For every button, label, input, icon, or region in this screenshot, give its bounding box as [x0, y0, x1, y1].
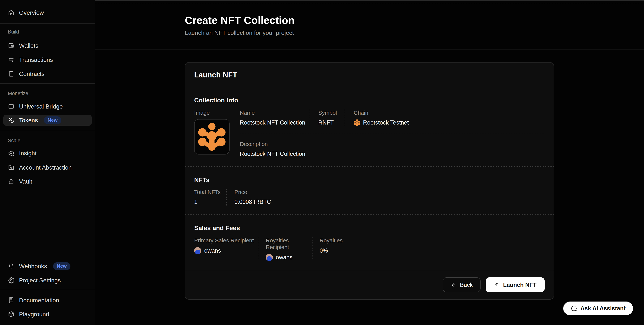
cube-icon [8, 311, 14, 318]
sidebar-item-overview[interactable]: Overview [0, 7, 95, 19]
sidebar-item-label: Tokens [19, 117, 38, 124]
upload-icon [494, 282, 500, 288]
primary-sales-label: Primary Sales Recipient [194, 237, 259, 244]
chain-value: Rootstock Testnet [363, 119, 409, 126]
back-button[interactable]: Back [443, 277, 480, 292]
home-icon [8, 9, 14, 16]
sidebar-divider [0, 83, 95, 84]
rootstock-logo-icon [198, 123, 226, 151]
sidebar-item-account-abstraction[interactable]: Account Abstraction [0, 162, 95, 173]
sidebar-section-build: Build [0, 29, 95, 35]
sidebar-item-label: Insight [19, 150, 36, 157]
name-cell: Name Rootstock NFT Collection [240, 109, 310, 126]
launch-nft-card: Launch NFT Collection Info Image [185, 62, 554, 300]
wallet-icon [8, 42, 14, 49]
name-value: Rootstock NFT Collection [240, 119, 310, 126]
header-divider [96, 49, 644, 50]
sidebar-item-project-settings[interactable]: Project Settings [0, 274, 95, 286]
avatar [266, 254, 273, 261]
sidebar-item-label: Documentation [19, 297, 59, 304]
sidebar-item-label: Transactions [19, 56, 53, 63]
primary-sales-value: owans [204, 247, 221, 254]
chain-label: Chain [354, 109, 545, 116]
sidebar-item-label: Universal Bridge [19, 103, 63, 110]
symbol-label: Symbol [318, 109, 344, 116]
sidebar-divider [0, 290, 95, 290]
nfts-heading: NFTs [194, 176, 545, 184]
avatar [194, 247, 201, 254]
sidebar-item-vault[interactable]: Vault [0, 176, 95, 187]
sidebar-item-documentation[interactable]: Documentation [0, 294, 95, 306]
sidebar-divider [0, 23, 95, 24]
launch-nft-button[interactable]: Launch NFT [486, 277, 545, 292]
sidebar-item-playground[interactable]: Playground [0, 308, 95, 320]
description-value: Rootstock NFT Collection [240, 150, 545, 157]
sidebar-item-label: Webhooks [19, 263, 47, 270]
ask-ai-assistant-button[interactable]: Ask AI Assistant [563, 301, 634, 316]
total-nfts-value: 1 [194, 198, 226, 206]
description-cell: Description Rootstock NFT Collection [240, 141, 545, 157]
arrow-left-icon [450, 282, 456, 288]
rootstock-chain-icon [354, 119, 360, 126]
bell-icon [8, 263, 14, 270]
page-title: Create NFT Collection [185, 14, 644, 26]
page-header: Create NFT Collection Launch an NFT coll… [96, 4, 644, 36]
sidebar-item-label: Overview [19, 9, 44, 16]
sidebar-item-contracts[interactable]: Contracts [0, 68, 95, 80]
sidebar-divider [0, 131, 95, 131]
lock-icon [8, 178, 14, 185]
sidebar-item-insight[interactable]: Insight [0, 147, 95, 159]
primary-sales-cell: Primary Sales Recipient owans [194, 237, 259, 261]
collection-inner-dashed-divider [240, 133, 545, 133]
sidebar-item-webhooks[interactable]: Webhooks New [0, 260, 95, 272]
name-label: Name [240, 109, 310, 116]
sales-fees-section: Sales and Fees Primary Sales Recipient o… [185, 215, 554, 270]
symbol-value: RNFT [318, 119, 344, 126]
symbol-cell: Symbol RNFT [310, 109, 344, 126]
launch-nft-button-label: Launch NFT [503, 282, 536, 288]
image-label: Image [194, 109, 240, 116]
description-label: Description [240, 141, 545, 147]
sidebar-item-universal-bridge[interactable]: Universal Bridge [0, 100, 95, 112]
sidebar-section-scale: Scale [0, 138, 95, 143]
royalties-recipient-cell: Royalties Recipient owans [259, 237, 312, 261]
archive-icon [8, 164, 14, 171]
sidebar-item-label: Vault [19, 178, 32, 185]
price-cell: Price 0.0008 tRBTC [226, 189, 271, 206]
sidebar-item-wallets[interactable]: Wallets [0, 40, 95, 51]
collection-fields: Name Rootstock NFT Collection Symbol RNF… [240, 109, 545, 157]
sidebar-item-transactions[interactable]: Transactions [0, 54, 95, 66]
sidebar-item-label: Project Settings [19, 277, 61, 284]
royalties-value: 0% [320, 247, 342, 254]
sidebar: Overview Build Wallets Transactions Cont… [0, 0, 96, 325]
price-value: 0.0008 tRBTC [234, 198, 271, 206]
collection-info-section: Collection Info Image Name Rootstock NFT… [185, 87, 554, 166]
royalties-label: Royalties [320, 237, 342, 244]
gear-icon [8, 277, 14, 284]
royalties-recipient-value: owans [276, 254, 292, 261]
new-badge: New [53, 262, 70, 270]
sidebar-item-tokens[interactable]: Tokens New [3, 115, 92, 126]
total-nfts-cell: Total NFTs 1 [194, 189, 226, 206]
top-accent-bar [96, 0, 644, 1]
collection-image [194, 119, 230, 154]
card-footer: Back Launch NFT [185, 270, 554, 299]
card-title: Launch NFT [194, 71, 545, 79]
card-header: Launch NFT [185, 62, 554, 87]
back-button-label: Back [460, 282, 473, 288]
book-icon [8, 297, 14, 304]
price-label: Price [234, 189, 271, 195]
swap-arrows-icon [8, 56, 14, 63]
nfts-section: NFTs Total NFTs 1 Price 0.0008 tRBTC [185, 167, 554, 214]
chat-bubble-icon [571, 305, 577, 312]
app-root: Overview Build Wallets Transactions Cont… [0, 0, 644, 325]
image-cell: Image [194, 109, 240, 157]
sidebar-item-label: Playground [19, 311, 49, 318]
coins-icon [8, 117, 14, 124]
sidebar-item-label: Account Abstraction [19, 164, 72, 171]
main-content: Create NFT Collection Launch an NFT coll… [96, 0, 644, 325]
collection-info-heading: Collection Info [194, 96, 545, 104]
card-icon [8, 103, 14, 110]
sidebar-spacer [0, 187, 95, 260]
new-badge: New [44, 116, 61, 124]
